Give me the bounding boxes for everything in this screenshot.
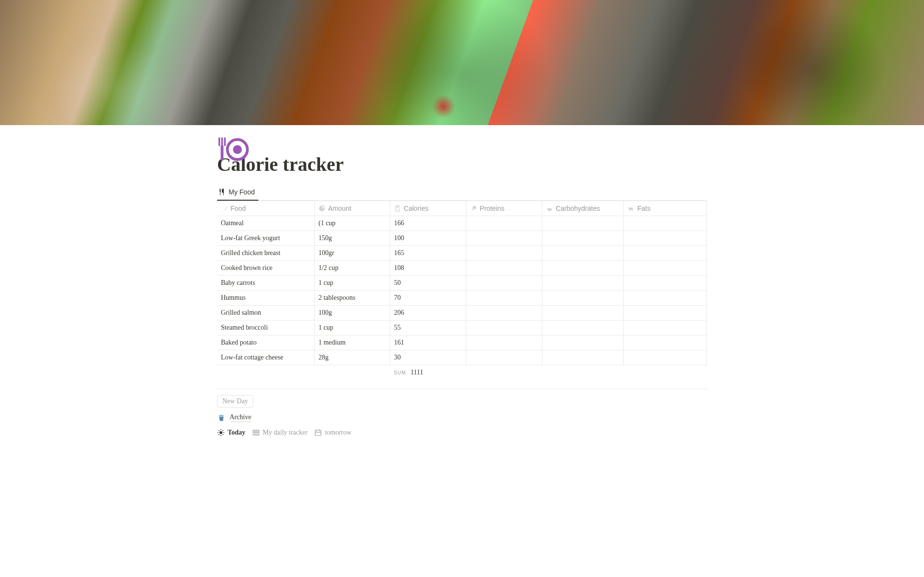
col-amount[interactable]: Amount (314, 201, 390, 216)
table-row[interactable]: Baby carrots1 cup50 (217, 276, 707, 291)
col-fats[interactable]: Fats (624, 201, 707, 216)
cell-amount[interactable]: 1 medium (314, 335, 390, 350)
cell-food[interactable]: Baby carrots (217, 276, 314, 291)
table-row[interactable]: Hummus2 tablespoons70 (217, 291, 707, 306)
cell-calories[interactable]: 50 (390, 276, 466, 291)
cell-carbs[interactable] (542, 306, 624, 321)
cell-calories[interactable]: 161 (390, 335, 466, 350)
cell-proteins[interactable] (466, 216, 542, 231)
table-row[interactable]: Low-fat Greek yogurt150g100 (217, 231, 707, 246)
svg-rect-2 (224, 137, 226, 146)
link-today[interactable]: Today (217, 429, 245, 436)
cell-carbs[interactable] (542, 231, 624, 246)
cell-fats[interactable] (624, 335, 707, 350)
cell-calories[interactable]: 206 (390, 306, 466, 321)
cell-fats[interactable] (624, 306, 707, 321)
svg-line-24 (218, 430, 219, 431)
cell-proteins[interactable] (466, 261, 542, 276)
cell-amount[interactable]: (1 cup (314, 216, 390, 231)
col-calories[interactable]: Calories (390, 201, 466, 216)
cell-food[interactable]: Steamed broccoli (217, 321, 314, 335)
link-daily-tracker[interactable]: My daily tracker (252, 429, 308, 436)
cell-fats[interactable] (624, 261, 707, 276)
cell-calories[interactable]: 30 (390, 350, 466, 365)
cell-carbs[interactable] (542, 276, 624, 291)
cell-fats[interactable] (624, 350, 707, 365)
cell-proteins[interactable] (466, 231, 542, 246)
table-row[interactable]: Low-fat cottage cheese28g30 (217, 350, 707, 365)
cell-proteins[interactable] (466, 335, 542, 350)
svg-rect-28 (253, 430, 259, 435)
cell-amount[interactable]: 1 cup (314, 321, 390, 335)
cell-proteins[interactable] (466, 306, 542, 321)
cell-calories[interactable]: 165 (390, 246, 466, 261)
sun-icon (217, 429, 225, 436)
table-header-row: Food Amount Calories Proteins Carbohydra… (217, 201, 707, 216)
cell-fats[interactable] (624, 291, 707, 306)
cell-amount[interactable]: 1/2 cup (314, 261, 390, 276)
col-food[interactable]: Food (217, 201, 314, 216)
cover-image (0, 0, 924, 125)
cell-carbs[interactable] (542, 321, 624, 335)
archive-link[interactable]: Archive (217, 413, 707, 422)
cell-food[interactable]: Hummus (217, 291, 314, 306)
cell-fats[interactable] (624, 231, 707, 246)
cell-food[interactable]: Baked potato (217, 335, 314, 350)
cell-carbs[interactable] (542, 335, 624, 350)
cell-carbs[interactable] (542, 261, 624, 276)
cell-fats[interactable] (624, 321, 707, 335)
cell-calories[interactable]: 166 (390, 216, 466, 231)
cell-proteins[interactable] (466, 350, 542, 365)
cell-proteins[interactable] (466, 246, 542, 261)
cell-carbs[interactable] (542, 246, 624, 261)
utensils-icon (218, 188, 226, 196)
cell-fats[interactable] (624, 276, 707, 291)
svg-rect-17 (632, 210, 633, 211)
cell-food[interactable]: Grilled chicken breast (217, 246, 314, 261)
svg-rect-7 (396, 206, 398, 208)
cell-calories[interactable]: 55 (390, 321, 466, 335)
cell-amount[interactable]: 100g (314, 306, 390, 321)
col-proteins[interactable]: Proteins (466, 201, 542, 216)
cell-food[interactable]: Low-fat Greek yogurt (217, 231, 314, 246)
cell-proteins[interactable] (466, 291, 542, 306)
cell-food[interactable]: Cooked brown rice (217, 261, 314, 276)
cell-food[interactable]: Grilled salmon (217, 306, 314, 321)
page-icon[interactable] (214, 132, 252, 169)
cell-amount[interactable]: 2 tablespoons (314, 291, 390, 306)
page-title[interactable]: Calorie tracker (217, 153, 707, 176)
cell-carbs[interactable] (542, 291, 624, 306)
cell-carbs[interactable] (542, 350, 624, 365)
database-tabs: My Food (217, 185, 707, 201)
cell-amount[interactable]: 100gr (314, 246, 390, 261)
food-table: Food Amount Calories Proteins Carbohydra… (217, 201, 707, 380)
cell-calories[interactable]: 100 (390, 231, 466, 246)
table-row[interactable]: Baked potato1 medium161 (217, 335, 707, 350)
cell-fats[interactable] (624, 216, 707, 231)
col-carbs[interactable]: Carbohydrates (542, 201, 624, 216)
svg-point-12 (473, 206, 476, 209)
cell-food[interactable]: Low-fat cottage cheese (217, 350, 314, 365)
cell-amount[interactable]: 28g (314, 350, 390, 365)
table-row[interactable]: Oatmeal(1 cup166 (217, 216, 707, 231)
cell-proteins[interactable] (466, 321, 542, 335)
divider (217, 389, 707, 389)
cell-fats[interactable] (624, 246, 707, 261)
cell-food[interactable]: Oatmeal (217, 216, 314, 231)
svg-line-27 (223, 430, 224, 431)
link-tomorrow[interactable]: tomorrow (314, 429, 351, 436)
tab-my-food[interactable]: My Food (217, 185, 258, 201)
table-row[interactable]: Cooked brown rice1/2 cup108 (217, 261, 707, 276)
table-row[interactable]: Grilled chicken breast100gr165 (217, 246, 707, 261)
cell-calories[interactable]: 70 (390, 291, 466, 306)
cow-icon (628, 205, 634, 212)
cell-amount[interactable]: 150g (314, 231, 390, 246)
cell-calories[interactable]: 108 (390, 261, 466, 276)
table-row[interactable]: Grilled salmon100g206 (217, 306, 707, 321)
table-row[interactable]: Steamed broccoli1 cup55 (217, 321, 707, 335)
cell-amount[interactable]: 1 cup (314, 276, 390, 291)
cell-carbs[interactable] (542, 216, 624, 231)
new-day-button[interactable]: New Day (217, 395, 253, 408)
tab-label: My Food (229, 188, 255, 196)
cell-proteins[interactable] (466, 276, 542, 291)
